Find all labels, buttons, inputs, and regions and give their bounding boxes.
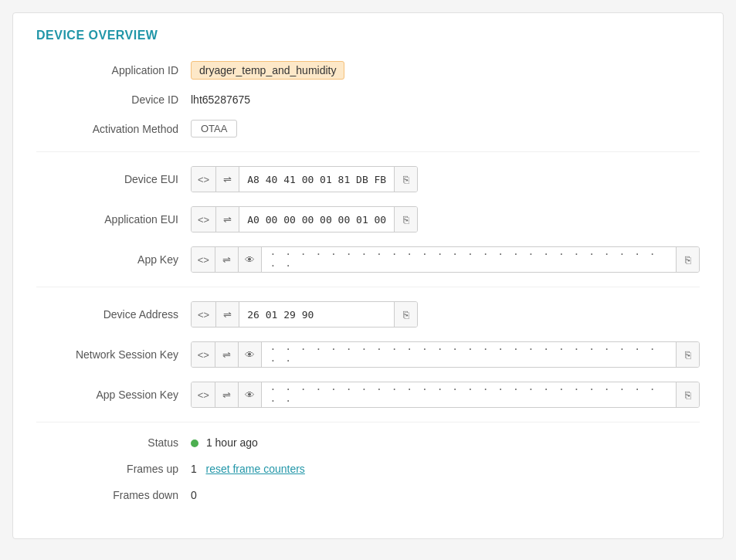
eye-icon: 👁 (245, 389, 255, 401)
device-eui-row: Device EUI <> ⇌ A8 40 41 00 01 81 DB FB … (36, 166, 700, 192)
application-eui-value: A0 00 00 00 00 00 01 00 (239, 207, 394, 232)
app-eui-code-btn[interactable]: <> (192, 207, 216, 232)
code-icon: <> (198, 174, 209, 185)
status-value-container: 1 hour ago (191, 436, 258, 449)
copy-icon: ⎘ (685, 254, 691, 266)
network-session-key-row: Network Session Key <> ⇌ 👁 · · · · · · ·… (36, 341, 700, 368)
eye-icon: 👁 (245, 254, 255, 266)
device-address-row: Device Address <> ⇌ 26 01 29 90 ⎘ (36, 301, 700, 328)
frames-down-value: 0 (191, 489, 197, 501)
frames-down-label: Frames down (36, 489, 191, 501)
copy-icon: ⎘ (403, 214, 409, 226)
app-key-copy-btn[interactable]: ⎘ (676, 247, 699, 272)
swap-icon: ⇌ (222, 254, 231, 266)
code-icon: <> (198, 254, 209, 266)
device-eui-swap-btn[interactable]: ⇌ (216, 167, 239, 192)
reset-frame-counters-link[interactable]: reset frame counters (205, 463, 304, 475)
divider-3 (36, 422, 700, 423)
swap-icon: ⇌ (222, 389, 231, 401)
app-key-code-btn[interactable]: <> (192, 247, 215, 272)
network-session-key-label: Network Session Key (36, 348, 191, 361)
application-eui-label: Application EUI (36, 213, 191, 226)
swap-icon: ⇌ (223, 174, 232, 185)
device-address-input-group: <> ⇌ 26 01 29 90 ⎘ (191, 301, 418, 328)
device-eui-code-btn[interactable]: <> (192, 167, 216, 192)
activation-method-value: OTAA (191, 120, 237, 137)
device-eui-value: A8 40 41 00 01 81 DB FB (239, 167, 394, 192)
device-eui-label: Device EUI (36, 173, 191, 185)
status-dot-icon (191, 440, 198, 447)
app-key-label: App Key (36, 253, 191, 266)
dev-addr-code-btn[interactable]: <> (192, 302, 216, 327)
nwk-skey-swap-btn[interactable]: ⇌ (215, 342, 239, 367)
divider-1 (36, 151, 700, 152)
app-key-swap-btn[interactable]: ⇌ (215, 247, 239, 272)
code-icon: <> (198, 389, 209, 401)
device-eui-input-group: <> ⇌ A8 40 41 00 01 81 DB FB ⎘ (191, 166, 418, 192)
frames-down-row: Frames down 0 (36, 489, 700, 501)
dev-addr-swap-btn[interactable]: ⇌ (216, 302, 239, 327)
activation-method-row: Activation Method OTAA (36, 120, 700, 137)
app-key-input-group: <> ⇌ 👁 · · · · · · · · · · · · · · · · ·… (191, 246, 700, 273)
app-key-eye-btn[interactable]: 👁 (239, 247, 262, 272)
nwk-skey-input-group: <> ⇌ 👁 · · · · · · · · · · · · · · · · ·… (191, 341, 700, 368)
app-skey-copy-btn[interactable]: ⎘ (676, 382, 699, 407)
copy-icon: ⎘ (685, 349, 691, 361)
frames-up-container: 1 reset frame counters (191, 463, 305, 475)
nwk-skey-eye-btn[interactable]: 👁 (239, 342, 262, 367)
activation-method-label: Activation Method (36, 123, 191, 135)
device-overview-card: DEVICE OVERVIEW Application ID dryager_t… (12, 12, 724, 539)
device-address-label: Device Address (36, 308, 191, 321)
copy-icon: ⎘ (685, 389, 691, 401)
application-eui-row: Application EUI <> ⇌ A0 00 00 00 00 00 0… (36, 206, 700, 232)
eye-icon: 👁 (245, 349, 255, 361)
device-id-value: lht65287675 (191, 93, 250, 106)
copy-icon: ⎘ (403, 309, 409, 321)
page-title: DEVICE OVERVIEW (36, 29, 700, 42)
app-skey-swap-btn[interactable]: ⇌ (215, 382, 239, 407)
network-session-key-value: · · · · · · · · · · · · · · · · · · · · … (262, 342, 676, 367)
code-icon: <> (198, 309, 209, 321)
swap-icon: ⇌ (223, 309, 232, 321)
status-value: 1 hour ago (206, 436, 258, 449)
application-id-label: Application ID (36, 64, 191, 76)
status-row: Status 1 hour ago (36, 436, 700, 449)
code-icon: <> (198, 214, 209, 226)
device-address-value: 26 01 29 90 (239, 302, 394, 327)
application-eui-input-group: <> ⇌ A0 00 00 00 00 00 01 00 ⎘ (191, 206, 418, 232)
copy-icon: ⎘ (403, 174, 409, 185)
app-session-key-label: App Session Key (36, 389, 191, 401)
divider-2 (36, 287, 700, 287)
app-key-value: · · · · · · · · · · · · · · · · · · · · … (262, 247, 676, 272)
app-key-row: App Key <> ⇌ 👁 · · · · · · · · · · · · ·… (36, 246, 700, 273)
device-id-label: Device ID (36, 93, 191, 106)
swap-icon: ⇌ (223, 214, 232, 226)
app-session-key-row: App Session Key <> ⇌ 👁 · · · · · · · · ·… (36, 382, 700, 408)
dev-addr-copy-btn[interactable]: ⎘ (394, 302, 417, 327)
application-id-row: Application ID dryager_temp_and_humidity (36, 61, 700, 80)
app-skey-code-btn[interactable]: <> (192, 382, 215, 407)
swap-icon: ⇌ (222, 349, 231, 361)
frames-up-value: 1 (191, 463, 197, 475)
frames-up-row: Frames up 1 reset frame counters (36, 463, 700, 475)
device-eui-copy-btn[interactable]: ⎘ (394, 167, 417, 192)
app-session-key-value: · · · · · · · · · · · · · · · · · · · · … (262, 382, 676, 407)
nwk-skey-code-btn[interactable]: <> (192, 342, 215, 367)
device-id-row: Device ID lht65287675 (36, 93, 700, 106)
application-id-value: dryager_temp_and_humidity (191, 61, 344, 80)
app-skey-eye-btn[interactable]: 👁 (239, 382, 262, 407)
app-eui-copy-btn[interactable]: ⎘ (394, 207, 417, 232)
status-label: Status (36, 436, 191, 449)
frames-up-label: Frames up (36, 463, 191, 475)
app-skey-input-group: <> ⇌ 👁 · · · · · · · · · · · · · · · · ·… (191, 382, 700, 408)
code-icon: <> (198, 349, 209, 361)
nwk-skey-copy-btn[interactable]: ⎘ (676, 342, 699, 367)
app-eui-swap-btn[interactable]: ⇌ (216, 207, 239, 232)
